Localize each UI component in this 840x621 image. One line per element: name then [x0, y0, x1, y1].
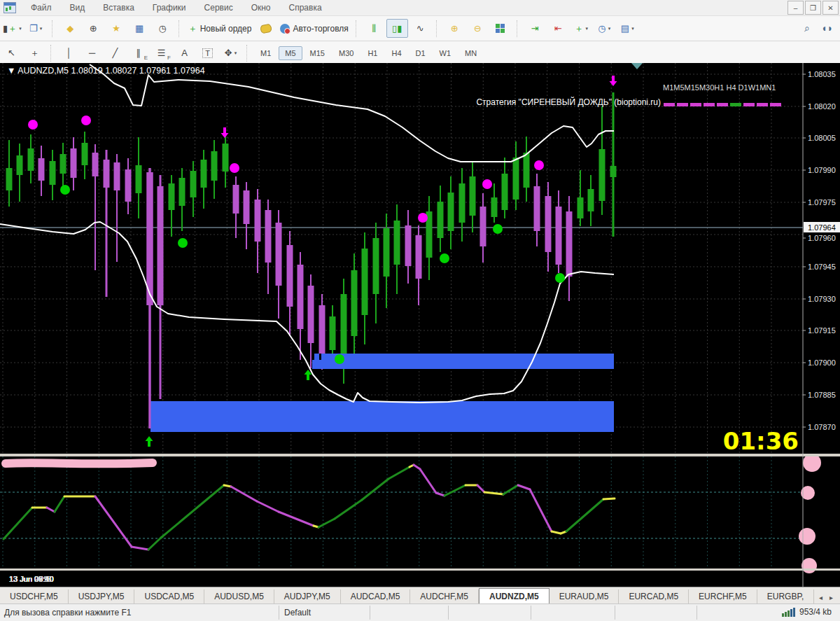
chat-icon[interactable]: ◖◗ [821, 22, 833, 34]
candle-body[interactable] [330, 316, 336, 350]
candle-body[interactable] [71, 148, 77, 178]
text-label-button[interactable]: T [197, 43, 218, 62]
market-watch-button[interactable]: ◆ [59, 19, 81, 38]
candle-body[interactable] [114, 162, 120, 190]
chart-symbol-title[interactable]: ▼ AUDNZD,M5 1.08019 1.08027 1.07961 1.07… [7, 66, 205, 76]
timeframe-button-w1[interactable]: W1 [433, 46, 458, 60]
cursor-button[interactable]: ↖ [1, 43, 22, 62]
chart-tab-audjpym5[interactable]: AUDJPY,M5 [274, 589, 341, 604]
candle-body[interactable] [17, 155, 23, 175]
candle-body[interactable] [556, 207, 562, 265]
timeframe-button-m5[interactable]: M5 [279, 46, 302, 60]
timeframe-button-m1[interactable]: M1 [254, 46, 277, 60]
tile-windows-button[interactable] [490, 19, 512, 38]
candle-body[interactable] [104, 160, 110, 188]
chart-tab-eurcadm5[interactable]: EURCAD,M5 [619, 589, 689, 604]
auto-scroll-button[interactable]: ⇥ [524, 19, 546, 38]
menu-item-6[interactable]: Справка [280, 1, 331, 15]
autotrade-button[interactable]: Авто-торговля [278, 19, 350, 38]
close-button[interactable]: ✕ [822, 1, 839, 15]
candle-body[interactable] [38, 158, 45, 181]
timeframe-button-d1[interactable]: D1 [410, 46, 432, 60]
candle-body[interactable] [351, 270, 358, 336]
candle-body[interactable] [169, 183, 175, 210]
candle-body[interactable] [373, 238, 379, 294]
shapes-button[interactable]: ✥ [220, 43, 241, 62]
chart-tab-usdcadm5[interactable]: USDCAD,M5 [134, 589, 204, 604]
candle-body[interactable] [179, 178, 186, 206]
candle-body[interactable] [534, 186, 540, 231]
chart-tab-audnzdm5[interactable]: AUDNZD,M5 [479, 588, 550, 604]
chart-tab-audusdm5[interactable]: AUDUSD,M5 [204, 589, 274, 604]
candle-body[interactable] [578, 197, 584, 218]
candle-body[interactable] [610, 166, 617, 177]
panel-separator[interactable] [0, 454, 840, 456]
candle-body[interactable] [147, 172, 153, 305]
chart-tab-eurgbp[interactable]: EURGBP, [757, 589, 814, 604]
vertical-line-button[interactable]: │ [58, 43, 80, 62]
candle-body[interactable] [211, 151, 218, 181]
bar-chart-button[interactable]: ⫼ [363, 19, 385, 38]
candle-body[interactable] [319, 305, 326, 354]
candle-body[interactable] [448, 193, 454, 231]
candle-body[interactable] [125, 169, 132, 202]
candle-body[interactable] [599, 149, 606, 201]
strategy-tester-button[interactable]: ◷ [152, 19, 174, 38]
chart-tab-audcadm5[interactable]: AUDCAD,M5 [341, 589, 411, 604]
signal-box[interactable] [312, 354, 614, 369]
panel-separator[interactable] [0, 568, 840, 571]
candle-body[interactable] [384, 228, 390, 277]
fibonacci-button[interactable]: ☰F [150, 43, 172, 62]
candle-body[interactable] [405, 225, 412, 266]
candle-body[interactable] [491, 197, 498, 217]
tab-scroll-right[interactable]: ▸ [830, 594, 833, 601]
search-icon[interactable]: ⌕ [804, 22, 810, 34]
menu-item-5[interactable]: Окно [242, 1, 280, 15]
timeframe-button-mn[interactable]: MN [458, 46, 483, 60]
chart-window[interactable]: 1.080351.080201.080051.079901.079751.079… [0, 63, 840, 587]
candle-body[interactable] [265, 210, 272, 263]
candle-body[interactable] [470, 176, 476, 216]
status-profile[interactable]: Default [284, 608, 311, 617]
candle-body[interactable] [255, 200, 261, 242]
candle-body[interactable] [244, 190, 250, 224]
crosshair-button[interactable]: ＋ [24, 43, 46, 62]
horizontal-line-button[interactable]: ─ [81, 43, 103, 62]
restore-button[interactable]: ❐ [805, 1, 821, 15]
menu-item-0[interactable]: Файл [22, 1, 61, 15]
tab-scroll-left[interactable]: ◂ [819, 594, 822, 601]
candle-body[interactable] [308, 286, 314, 343]
timeframe-button-m15[interactable]: M15 [304, 46, 331, 60]
chart-tab-usdchfm5[interactable]: USDCHF,M5 [0, 589, 69, 604]
new-order-button[interactable]: ＋ Новый ордер [186, 19, 254, 38]
candle-body[interactable] [502, 174, 508, 210]
candle-body[interactable] [233, 185, 239, 214]
candle-body[interactable] [201, 160, 207, 188]
text-button[interactable]: A [174, 43, 195, 62]
line-chart-button[interactable]: ∿ [410, 19, 431, 38]
minimize-button[interactable]: – [788, 1, 804, 15]
candle-body[interactable] [6, 168, 13, 190]
candle-body[interactable] [276, 223, 282, 286]
candle-body[interactable] [438, 202, 444, 238]
candle-body[interactable] [28, 148, 34, 171]
timeframe-button-h4[interactable]: H4 [385, 46, 407, 60]
timeframe-button-h1[interactable]: H1 [361, 46, 384, 60]
terminal-button[interactable]: ▦ [129, 19, 150, 38]
navigator-button[interactable]: ★ [106, 19, 127, 38]
cone-button[interactable] [255, 19, 276, 38]
chart-tab-eurchfm5[interactable]: EURCHF,M5 [689, 589, 757, 604]
menu-item-2[interactable]: Вставка [94, 1, 144, 15]
candle-body[interactable] [566, 211, 573, 277]
menu-item-3[interactable]: Графики [144, 1, 195, 15]
candle-body[interactable] [588, 189, 594, 211]
candle-body[interactable] [287, 245, 293, 307]
chart-tab-audchfm5[interactable]: AUDCHF,M5 [410, 589, 479, 604]
candle-body[interactable] [60, 154, 66, 174]
candle-body[interactable] [480, 207, 486, 246]
menu-item-4[interactable]: Сервис [195, 1, 242, 15]
candle-body[interactable] [513, 158, 519, 200]
zoom-in-button[interactable]: ⊕ [444, 19, 465, 38]
signal-box[interactable] [150, 401, 614, 432]
candle-body[interactable] [416, 235, 422, 279]
